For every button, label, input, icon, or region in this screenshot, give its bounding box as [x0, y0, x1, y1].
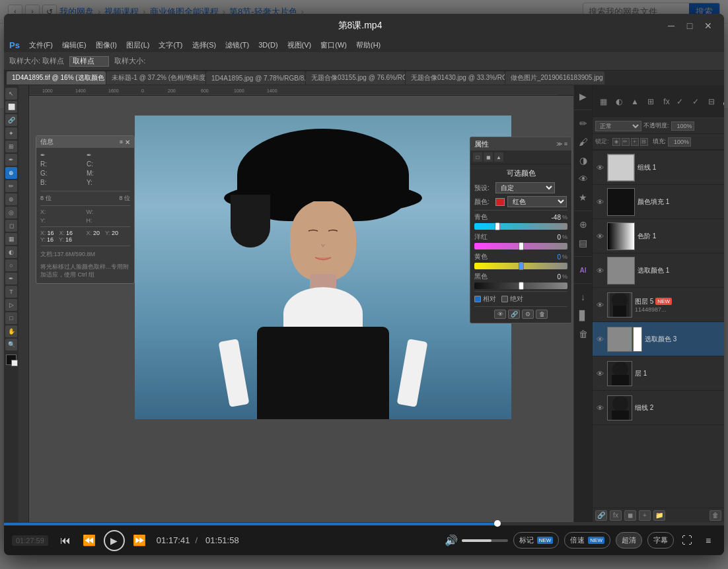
- right-icon-opacity[interactable]: ◑: [576, 153, 591, 168]
- layer-row-2[interactable]: 👁 色阶 1: [593, 219, 724, 253]
- tool-brush[interactable]: ✏: [5, 180, 17, 192]
- layer-eye-6[interactable]: 👁: [595, 369, 604, 378]
- menu-layer[interactable]: 图层(L): [122, 39, 153, 51]
- top-icon-pattern[interactable]: ⊞: [644, 95, 657, 108]
- prop-adjust-icon[interactable]: ▲: [494, 152, 503, 162]
- layer-row-4[interactable]: 👁: [593, 288, 724, 322]
- menu-text[interactable]: 文字(T): [155, 39, 186, 51]
- step-forward-button[interactable]: ⏩: [130, 531, 149, 550]
- volume-bar[interactable]: [462, 539, 508, 542]
- absolute-checkbox-item[interactable]: 绝对: [501, 294, 523, 304]
- top-icon-fx[interactable]: fx: [660, 95, 673, 108]
- layer-new-btn[interactable]: +: [639, 510, 651, 521]
- mark-button[interactable]: 标记 NEW: [513, 532, 560, 549]
- layer-eye-0[interactable]: 👁: [595, 163, 604, 172]
- magenta-slider[interactable]: [474, 243, 567, 250]
- tool-eyedropper[interactable]: ✒: [5, 154, 17, 166]
- yellow-slider[interactable]: [474, 263, 567, 269]
- menu-select[interactable]: 选择(S): [188, 39, 221, 51]
- layer-eye-4[interactable]: 👁: [595, 300, 604, 310]
- top-icon-grid[interactable]: ⊟: [705, 95, 718, 108]
- tool-select[interactable]: ⬜: [5, 101, 17, 113]
- top-icon-gradient[interactable]: ▦: [597, 95, 610, 108]
- right-icon-ai[interactable]: AI: [576, 263, 591, 277]
- tool-magic[interactable]: ✦: [5, 127, 17, 139]
- menu-filter[interactable]: 滤镜(T): [221, 39, 253, 51]
- layer-eye-2[interactable]: 👁: [595, 232, 604, 241]
- more-menu-button[interactable]: ≡: [700, 533, 716, 549]
- fullscreen-button[interactable]: ⛶: [679, 533, 695, 549]
- tool-hand[interactable]: ✋: [5, 325, 17, 337]
- layer-row-3[interactable]: 👁 选取颜色 1: [593, 253, 724, 288]
- dialog-close-button[interactable]: ✕: [125, 139, 130, 146]
- dialog-titlebar[interactable]: 信息 ≡ ✕: [36, 136, 134, 148]
- preset-select[interactable]: 自定: [495, 182, 555, 193]
- tool-eraser[interactable]: ◻: [5, 220, 17, 232]
- menu-edit[interactable]: 编辑(E): [58, 39, 91, 51]
- speed-button[interactable]: 倍速 NEW: [564, 532, 610, 549]
- tool-pen[interactable]: ✒: [5, 273, 17, 284]
- tool-clone[interactable]: ⊚: [5, 193, 17, 205]
- layer-eye-3[interactable]: 👁: [595, 266, 604, 275]
- tool-move[interactable]: ↖: [5, 88, 17, 100]
- tool-shape[interactable]: □: [5, 312, 17, 324]
- menu-help[interactable]: 帮助(H): [352, 39, 384, 51]
- props-link-btn[interactable]: 🔗: [508, 310, 520, 319]
- layer-row-7[interactable]: 👁: [593, 391, 724, 425]
- maximize-button[interactable]: □: [684, 20, 695, 31]
- props-expand-icon[interactable]: ≫: [556, 141, 562, 147]
- ps-tab-4[interactable]: 无题合像01430.jpg @ 33.3%/RGB...: [406, 71, 505, 84]
- lock-pixels-icon[interactable]: ✏: [622, 138, 630, 146]
- dialog-options-icon[interactable]: ≡: [120, 139, 123, 146]
- menu-file[interactable]: 文件(F): [25, 39, 57, 51]
- layer-eye-5[interactable]: 👁: [595, 335, 604, 344]
- progress-bar[interactable]: [4, 523, 724, 525]
- right-icon-histogram[interactable]: ▊: [576, 308, 591, 323]
- ps-tab-3[interactable]: 无题合像03155.jpg @ 76.6%/RGB/8...: [306, 71, 405, 84]
- props-trash-btn[interactable]: 🗑: [536, 310, 548, 319]
- black-slider[interactable]: [474, 283, 567, 289]
- tool-zoom[interactable]: 🔍: [5, 339, 17, 351]
- top-icon-adjust1[interactable]: ◐: [612, 95, 626, 108]
- right-icon-download[interactable]: ↓: [576, 290, 591, 304]
- play-button[interactable]: ▶: [104, 530, 125, 551]
- close-button[interactable]: ✕: [703, 20, 713, 31]
- layer-folder-btn[interactable]: 📁: [653, 510, 665, 521]
- background-color-swatch[interactable]: [11, 360, 18, 366]
- menu-view[interactable]: 视图(V): [283, 39, 316, 51]
- right-icon-play[interactable]: ▶: [576, 89, 591, 104]
- layer-trash-btn[interactable]: 🗑: [710, 510, 721, 521]
- subtitle-button[interactable]: 字幕: [647, 532, 674, 549]
- top-icon-link[interactable]: 🔗: [721, 95, 724, 108]
- menu-window[interactable]: 窗口(W): [316, 39, 351, 51]
- absolute-checkbox[interactable]: [501, 296, 508, 302]
- lock-position-icon[interactable]: +: [631, 138, 639, 146]
- top-icon-check2[interactable]: ✓: [689, 95, 702, 108]
- right-icon-properties[interactable]: ▤: [576, 236, 591, 250]
- layer-row-6[interactable]: 👁: [593, 356, 724, 391]
- layer-row-5[interactable]: 👁 选取颜色 3: [593, 322, 724, 356]
- right-icon-brush[interactable]: ✏: [576, 116, 591, 131]
- opacity-input[interactable]: [671, 121, 694, 131]
- tool-lasso[interactable]: 🔗: [5, 114, 17, 126]
- layer-row-1[interactable]: 👁 颜色填充 1: [593, 185, 724, 219]
- ps-tab-5[interactable]: 做色图片_20190616183905.jpg @ 203...: [505, 71, 604, 84]
- layer-eye-7[interactable]: 👁: [595, 403, 604, 413]
- blend-mode-select[interactable]: 正常: [595, 121, 641, 131]
- props-menu-icon[interactable]: ≡: [564, 141, 567, 147]
- right-icon-eye[interactable]: 👁: [576, 172, 591, 186]
- tool-heal[interactable]: ⊕: [5, 167, 17, 179]
- right-icon-brush2[interactable]: 🖌: [576, 135, 591, 149]
- lock-transparent-icon[interactable]: ◈: [612, 138, 620, 146]
- prop-layer-icon[interactable]: □: [473, 152, 482, 162]
- layer-mask-btn[interactable]: ◼: [624, 510, 636, 521]
- layer-eye-1[interactable]: 👁: [595, 197, 604, 207]
- tool-text[interactable]: T: [5, 286, 17, 298]
- volume-icon[interactable]: 🔊: [445, 534, 458, 547]
- ps-tab-1[interactable]: 未标题-1 @ 37.2% (色相/饱和度 2, 显...: [106, 71, 205, 84]
- layer-link-btn[interactable]: 🔗: [595, 510, 607, 521]
- menu-image[interactable]: 图像(I): [92, 39, 121, 51]
- step-back-button[interactable]: ⏪: [80, 531, 98, 550]
- tool-dodge[interactable]: ○: [5, 259, 17, 271]
- lock-artboard-icon[interactable]: ⊟: [640, 138, 648, 146]
